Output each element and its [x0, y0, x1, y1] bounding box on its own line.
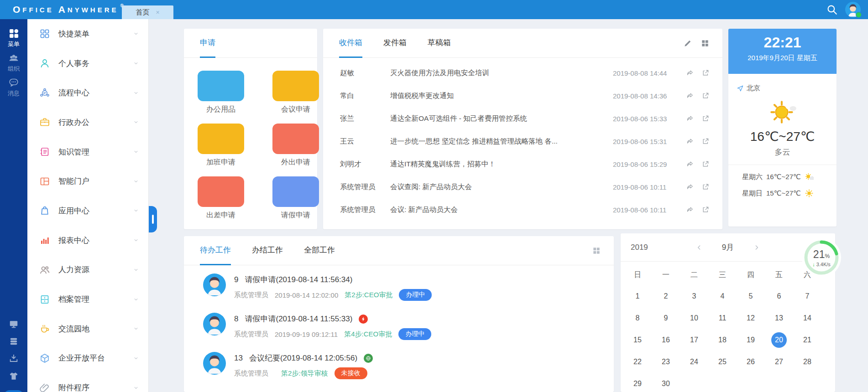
app-logo: OfficeAnywhere® — [13, 0, 124, 19]
forward-icon[interactable] — [686, 137, 694, 145]
rail-utility-icon[interactable] — [9, 336, 19, 346]
sidebar-item[interactable]: 个人事务 — [27, 49, 148, 78]
sidebar-item[interactable]: 智能门户 — [27, 166, 148, 196]
app-tile-icon-box — [272, 176, 319, 207]
grid-view-icon[interactable] — [701, 39, 710, 48]
forward-icon[interactable] — [686, 114, 694, 123]
user-avatar[interactable] — [845, 2, 861, 17]
calendar-day-cell[interactable]: 3 — [680, 285, 708, 307]
open-external-icon[interactable] — [701, 137, 710, 145]
rail-item[interactable]: 组织 — [0, 50, 27, 75]
rail-item[interactable]: 菜单 — [0, 26, 27, 50]
calendar-day-cell[interactable]: 10 — [680, 307, 708, 329]
tab-home[interactable]: 首页 × — [122, 5, 173, 19]
mail-row[interactable]: 王云 进一步统一思想 坚定信念 推进精益管理战略落地 各... 2019-08-… — [340, 130, 710, 153]
calendar-day-cell[interactable]: 4 — [708, 285, 737, 307]
mail-row[interactable]: 常白 增值税税率更改通知 2019-08-08 14:36 — [340, 84, 710, 107]
mail-row[interactable]: 刘明才 通达IT精英魔鬼训练营，招募中！ 2019-08-06 15:29 — [340, 153, 710, 175]
open-external-icon[interactable] — [701, 206, 710, 214]
mail-tab[interactable]: 发件箱 — [383, 29, 407, 58]
mail-tab[interactable]: 收件箱 — [339, 29, 362, 58]
calendar-day-cell[interactable]: 6 — [765, 285, 793, 307]
task-row[interactable]: 9 请假申请(2019-08-14 11:56:34) 系统管理员 2019-0… — [203, 273, 600, 301]
rail-utility-icon[interactable] — [9, 354, 19, 364]
grid-view-icon[interactable] — [592, 246, 601, 255]
mail-row[interactable]: 系统管理员 会议查阅: 新产品动员大会 2019-08-06 10:11 — [340, 175, 710, 198]
open-external-icon[interactable] — [701, 92, 710, 100]
calendar-day-cell[interactable]: 14 — [793, 307, 821, 329]
calendar-day-cell[interactable]: 12 — [737, 307, 765, 329]
tab-close-icon[interactable]: × — [156, 9, 159, 16]
forward-icon[interactable] — [686, 160, 694, 168]
search-icon[interactable] — [826, 4, 838, 15]
calendar-day-cell[interactable]: 27 — [765, 351, 793, 373]
sidebar-item[interactable]: 报表中心 — [27, 226, 148, 255]
calendar-day-cell[interactable]: 7 — [793, 285, 821, 307]
forward-icon[interactable] — [686, 92, 694, 100]
calendar-day-cell[interactable]: 13 — [765, 307, 793, 329]
sidebar-collapse-handle[interactable] — [148, 206, 157, 232]
calendar-day-cell[interactable]: 19 — [737, 329, 765, 351]
task-tab[interactable]: 全部工作 — [304, 236, 335, 265]
open-external-icon[interactable] — [701, 183, 710, 191]
forward-icon[interactable] — [686, 69, 694, 77]
sidebar-item[interactable]: 附件程序 — [27, 373, 148, 392]
mail-tab[interactable]: 草稿箱 — [428, 29, 451, 58]
open-external-icon[interactable] — [701, 69, 710, 77]
calendar-day-cell[interactable]: 1 — [623, 285, 652, 307]
rail-utility-icon[interactable] — [9, 371, 19, 381]
calendar-day-cell[interactable]: 5 — [737, 285, 765, 307]
calendar-day-cell[interactable]: 20 — [765, 329, 793, 351]
mail-row[interactable]: 张兰 通达全新OA可选组件 - 知己者费用管控系统 2019-08-06 15:… — [340, 107, 710, 130]
calendar-day-cell[interactable]: 9 — [652, 307, 680, 329]
sidebar-item[interactable]: 快捷菜单 — [27, 19, 148, 49]
app-tile[interactable]: 请假申请 — [272, 176, 319, 220]
calendar-day-cell[interactable]: 24 — [680, 351, 708, 373]
calendar-day-cell[interactable]: 15 — [623, 329, 652, 351]
next-month-icon[interactable] — [753, 244, 760, 251]
task-row[interactable]: 13 会议纪要(2019-08-14 12:05:56) 系统管理员 第2步:领… — [203, 352, 600, 379]
sidebar-item[interactable]: 流程中心 — [27, 78, 148, 108]
forward-icon[interactable] — [686, 183, 694, 191]
compose-pencil-icon[interactable] — [683, 39, 692, 48]
calendar-day-cell[interactable]: 18 — [708, 329, 737, 351]
calendar-day-cell[interactable]: 26 — [737, 351, 765, 373]
open-external-icon[interactable] — [701, 114, 710, 123]
sidebar-item[interactable]: 行政办公 — [27, 108, 148, 137]
task-row[interactable]: 8 请假申请(2019-08-14 11:55:33) 系统管理员 2019-0… — [203, 313, 600, 340]
open-external-icon[interactable] — [701, 160, 710, 168]
calendar-day-cell[interactable]: 8 — [623, 307, 652, 329]
calendar-day-cell[interactable]: 17 — [680, 329, 708, 351]
calendar-day-cell[interactable]: 2 — [652, 285, 680, 307]
task-tab[interactable]: 办结工作 — [252, 236, 283, 265]
calendar-day-cell[interactable]: 25 — [708, 351, 737, 373]
sidebar-item[interactable]: 应用中心 — [27, 196, 148, 226]
mail-row[interactable]: 系统管理员 会议: 新产品动员大会 2019-08-06 10:11 — [340, 198, 710, 221]
calendar-day-cell[interactable]: 29 — [623, 373, 652, 392]
calendar-day-cell[interactable]: 11 — [708, 307, 737, 329]
task-tab[interactable]: 待办工作 — [200, 236, 231, 265]
calendar-day-cell[interactable]: 21 — [793, 329, 821, 351]
calendar-day-cell[interactable]: 30 — [652, 373, 680, 392]
app-tile[interactable]: 会议申请 — [272, 71, 319, 114]
forward-icon[interactable] — [686, 206, 694, 214]
calendar-day-cell[interactable]: 28 — [793, 351, 821, 373]
sidebar-item[interactable]: 企业开放平台 — [27, 344, 148, 373]
rail-utility-icon[interactable] — [9, 319, 19, 329]
tab-apply[interactable]: 申请 — [200, 29, 215, 58]
app-tile[interactable]: 加班申请 — [198, 124, 244, 167]
calendar-day-cell[interactable]: 22 — [623, 351, 652, 373]
sidebar-item[interactable]: 交流园地 — [27, 314, 148, 344]
calendar-day-cell[interactable]: 23 — [652, 351, 680, 373]
rail-item[interactable]: 消息 — [0, 75, 27, 99]
sidebar-item[interactable]: 知识管理 — [27, 137, 148, 167]
sidebar-item[interactable]: 人力资源 — [27, 255, 148, 285]
app-tile[interactable]: 出差申请 — [198, 176, 244, 220]
app-tile[interactable]: 外出申请 — [272, 124, 319, 167]
calendar-day-cell[interactable]: 16 — [652, 329, 680, 351]
mail-row[interactable]: 赵敏 灭火器使用方法及用电安全培训 2019-08-08 14:44 — [340, 62, 710, 84]
prev-month-icon[interactable] — [695, 244, 703, 251]
sidebar-item[interactable]: 档案管理 — [27, 284, 148, 314]
app-tile[interactable]: 办公用品 — [198, 71, 244, 114]
forecast-row: 星期六 16℃~27℃ — [728, 165, 837, 181]
